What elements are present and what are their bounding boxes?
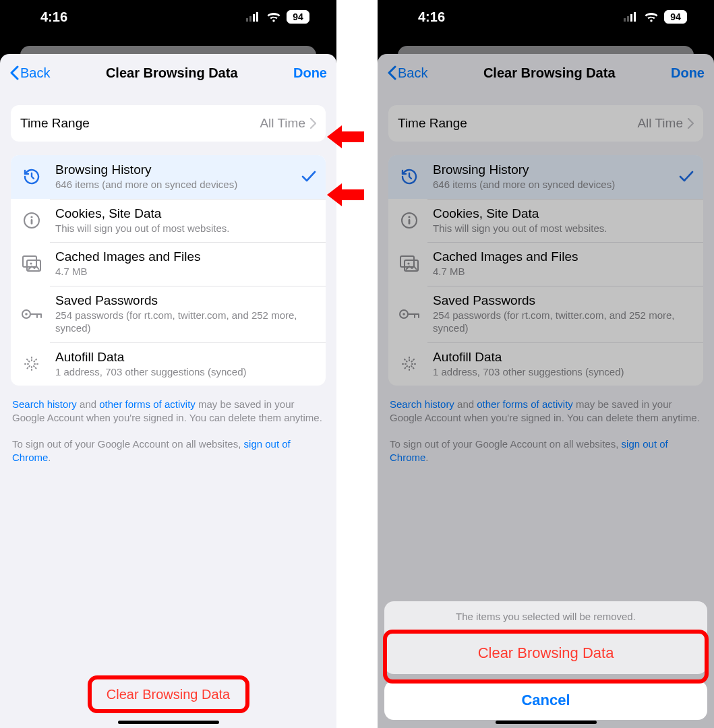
item-title: Autofill Data	[55, 350, 316, 365]
svg-rect-2	[253, 14, 255, 22]
home-indicator	[496, 721, 597, 724]
sparkle-icon	[20, 355, 43, 373]
item-subtitle: 4.7 MB	[55, 265, 316, 278]
other-activity-link[interactable]: other forms of activity	[99, 398, 196, 410]
settings-sheet: Back Clear Browsing Data Done Time Range…	[378, 54, 714, 728]
svg-rect-0	[246, 18, 248, 22]
item-title: Saved Passwords	[55, 293, 316, 308]
item-cache[interactable]: Cached Images and Files 4.7 MB	[11, 242, 326, 286]
history-icon	[20, 167, 43, 186]
item-autofill[interactable]: Autofill Data 1 address, 703 other sugge…	[11, 342, 326, 386]
svg-rect-6	[31, 219, 33, 224]
item-cookies[interactable]: Cookies, Site Data This will sign you ou…	[11, 199, 326, 243]
svg-rect-1	[249, 16, 251, 22]
svg-point-5	[30, 216, 32, 218]
wifi-icon	[266, 11, 281, 22]
item-subtitle: 1 address, 703 other suggestions (synced…	[55, 365, 316, 379]
time-range-label: Time Range	[20, 116, 247, 131]
time-range-row[interactable]: Time Range All Time	[11, 105, 326, 142]
svg-rect-7	[23, 256, 36, 267]
nav-bar: Back Clear Browsing Data Done	[0, 54, 336, 92]
phone-screenshot-2: 4:16 94 Back Clear Browsing Data Done	[378, 0, 714, 728]
clear-browsing-data-button[interactable]: Clear Browsing Data	[88, 675, 249, 713]
item-subtitle: 646 items (and more on synced devices)	[55, 178, 289, 191]
chevron-right-icon	[309, 118, 316, 129]
time-range-value: All Time	[260, 116, 305, 131]
footer-note-1: Search history and other forms of activi…	[12, 398, 324, 425]
item-subtitle: This will sign you out of most websites.	[55, 222, 316, 235]
item-title: Browsing History	[55, 162, 289, 177]
search-history-link[interactable]: Search history	[12, 398, 77, 410]
cellular-icon	[246, 12, 261, 22]
back-button[interactable]: Back	[9, 65, 50, 81]
svg-rect-15	[634, 12, 636, 22]
battery-icon: 94	[664, 10, 687, 24]
battery-icon: 94	[287, 10, 309, 24]
item-subtitle: 254 passwords (for rt.com, twitter.com, …	[55, 309, 316, 335]
confirm-clear-button[interactable]: Clear Browsing Data	[384, 632, 707, 674]
action-sheet: The items you selected will be removed. …	[384, 601, 707, 720]
item-title: Cached Images and Files	[55, 249, 316, 264]
svg-rect-12	[624, 18, 626, 22]
checkmark-icon	[301, 171, 316, 183]
cancel-button[interactable]: Cancel	[384, 681, 707, 720]
item-title: Cookies, Site Data	[55, 206, 316, 221]
svg-rect-13	[627, 16, 629, 22]
home-indicator	[118, 721, 219, 724]
back-label: Back	[20, 65, 50, 81]
info-icon	[20, 212, 43, 229]
item-saved-passwords[interactable]: Saved Passwords 254 passwords (for rt.co…	[11, 286, 326, 342]
status-time: 4:16	[40, 9, 67, 25]
wifi-icon	[644, 11, 659, 22]
settings-sheet: Back Clear Browsing Data Done Time Range…	[0, 54, 336, 728]
action-sheet-message: The items you selected will be removed.	[384, 601, 707, 632]
svg-point-9	[30, 263, 32, 265]
done-button[interactable]: Done	[293, 65, 327, 81]
images-icon	[20, 255, 43, 272]
key-icon	[20, 307, 43, 321]
cellular-icon	[624, 12, 638, 22]
item-browsing-history[interactable]: Browsing History 646 items (and more on …	[11, 155, 326, 199]
svg-point-11	[25, 313, 28, 315]
footer-note-2: To sign out of your Google Account on al…	[12, 437, 324, 465]
svg-rect-3	[256, 12, 258, 22]
phone-screenshot-1: 4:16 94 Back Clear Browsing Data Done	[0, 0, 336, 728]
page-title: Clear Browsing Data	[106, 65, 238, 81]
svg-rect-14	[630, 14, 632, 22]
status-bar: 4:16 94	[378, 0, 714, 34]
status-time: 4:16	[418, 9, 445, 25]
status-bar: 4:16 94	[0, 0, 336, 34]
